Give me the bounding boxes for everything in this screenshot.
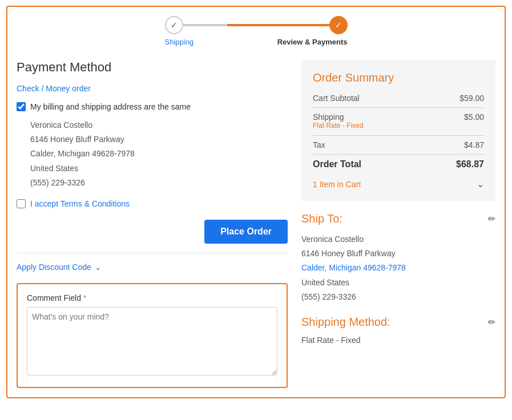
terms-row: I accept Terms & Conditions	[17, 199, 288, 208]
step2-check-icon: ✓	[335, 21, 342, 30]
shipping-method-section: Shipping Method: ✏ Flat Rate - Fixed	[301, 316, 495, 345]
progress-bar: ✓ ✓ Shipping Review & Payments	[17, 16, 495, 46]
ship-to-section: Ship To: ✏ Veronica Costello 6146 Honey …	[301, 212, 495, 304]
ship-to-header: Ship To: ✏	[301, 212, 495, 225]
shipping-sub-label: Flat Rate - Fixed	[313, 122, 484, 130]
cart-subtotal-row: Cart Subtotal $59.00	[313, 94, 484, 103]
billing-address: Veronica Costello 6146 Honey Bluff Parkw…	[30, 118, 288, 190]
shipping-value: $5.00	[464, 112, 484, 122]
tax-row: Tax $4.87	[313, 140, 484, 150]
step1-check-icon: ✓	[171, 21, 178, 30]
payment-method-link[interactable]: Check / Money order	[17, 84, 288, 93]
progress-line	[183, 24, 329, 26]
step1-circle[interactable]: ✓	[165, 16, 183, 34]
order-total-row: Order Total $68.87	[313, 159, 484, 169]
main-content: Payment Method Check / Money order My bi…	[17, 60, 495, 388]
billing-same-row: My billing and shipping address are the …	[17, 102, 288, 111]
address-city-state: Calder, Michigan 49628-7978	[30, 147, 288, 161]
payment-method-title: Payment Method	[17, 60, 288, 75]
ship-to-address: Veronica Costello 6146 Honey Bluff Parkw…	[301, 232, 495, 304]
shipping-method-value: Flat Rate - Fixed	[301, 336, 495, 345]
summary-divider-1	[313, 107, 484, 108]
billing-same-label: My billing and shipping address are the …	[30, 102, 191, 111]
address-phone: (555) 229-3326	[30, 176, 288, 190]
shipping-method-edit-icon[interactable]: ✏	[488, 317, 495, 328]
ship-to-phone: (555) 229-3326	[301, 290, 495, 304]
order-total-label: Order Total	[313, 159, 361, 169]
discount-label: Apply Discount Code	[17, 262, 91, 272]
cart-items-label: 1 Item in Cart	[313, 180, 361, 189]
ship-to-edit-icon[interactable]: ✏	[488, 213, 495, 224]
step2-circle[interactable]: ✓	[329, 16, 348, 34]
step2-label: Review & Payments	[277, 38, 348, 46]
cart-items-row[interactable]: 1 Item in Cart ⌄	[313, 179, 484, 189]
place-order-row: Place Order	[17, 220, 288, 244]
step1-label[interactable]: Shipping	[165, 38, 194, 46]
ship-to-name: Veronica Costello	[301, 232, 495, 247]
ship-to-title: Ship To:	[301, 212, 342, 225]
tax-label: Tax	[313, 140, 325, 150]
place-order-button[interactable]: Place Order	[204, 220, 288, 244]
summary-divider-2	[313, 135, 484, 136]
comment-required-marker: *	[83, 293, 86, 302]
ship-to-country: United States	[301, 276, 495, 290]
discount-row[interactable]: Apply Discount Code ⌄	[17, 262, 288, 272]
summary-divider-3	[313, 154, 484, 155]
right-panel: Order Summary Cart Subtotal $59.00 Shipp…	[301, 60, 495, 345]
terms-label: I accept Terms & Conditions	[30, 199, 130, 208]
shipping-label: Shipping	[313, 112, 344, 122]
terms-link[interactable]: I accept Terms & Conditions	[30, 199, 130, 208]
discount-chevron-icon: ⌄	[95, 262, 102, 272]
comment-label-text: Comment Field	[27, 293, 81, 302]
shipping-method-title: Shipping Method:	[301, 316, 390, 329]
comment-label: Comment Field*	[27, 293, 277, 302]
order-total-value: $68.87	[456, 159, 484, 169]
ship-to-street: 6146 Honey Bluff Parkway	[301, 247, 495, 261]
cart-subtotal-label: Cart Subtotal	[313, 94, 360, 103]
address-street: 6146 Honey Bluff Parkway	[30, 132, 288, 147]
cart-subtotal-value: $59.00	[459, 94, 484, 103]
terms-checkbox[interactable]	[17, 199, 26, 208]
shipping-summary-row: Shipping $5.00 Flat Rate - Fixed	[313, 112, 484, 130]
order-summary: Order Summary Cart Subtotal $59.00 Shipp…	[301, 60, 495, 201]
section-divider	[17, 253, 288, 253]
left-panel: Payment Method Check / Money order My bi…	[17, 60, 288, 388]
cart-items-chevron-icon: ⌄	[477, 179, 484, 189]
comment-textarea[interactable]	[27, 307, 277, 375]
tax-value: $4.87	[464, 140, 484, 150]
ship-to-city-state: Calder, Michigan 49628-7978	[301, 261, 495, 275]
address-country: United States	[30, 161, 288, 176]
order-summary-title: Order Summary	[313, 71, 484, 84]
ship-to-city-link[interactable]: Calder, Michigan 49628-7978	[301, 263, 406, 272]
address-name: Veronica Costello	[30, 118, 288, 132]
billing-same-checkbox[interactable]	[17, 102, 26, 111]
shipping-method-header: Shipping Method: ✏	[301, 316, 495, 329]
comment-section: Comment Field*	[17, 283, 288, 388]
checkout-container: ✓ ✓ Shipping Review & Payments Payment M…	[6, 6, 506, 398]
